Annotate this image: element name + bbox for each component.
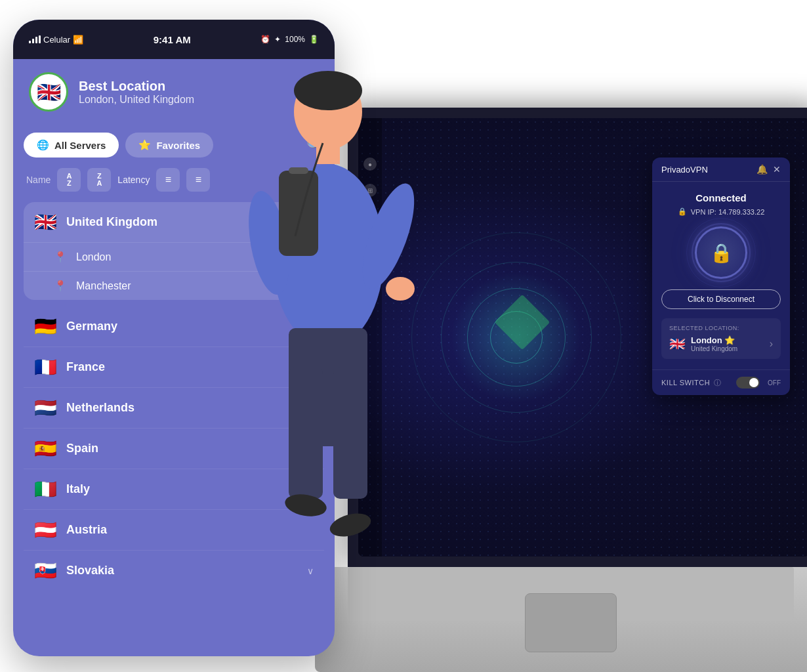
close-icon[interactable]: ✕ — [773, 164, 781, 175]
lock-icon-small: 🔒 — [678, 207, 687, 216]
selected-location-label: SELECTED LOCATION: — [669, 325, 773, 331]
za-icon: ZA — [96, 173, 102, 187]
notification-icon[interactable]: 🔔 — [756, 164, 768, 175]
kill-switch-left: KILL SWITCH ⓘ — [661, 378, 721, 388]
svg-rect-11 — [333, 368, 367, 499]
wifi-icon: 📶 — [73, 35, 83, 45]
laptop-touchpad — [525, 593, 617, 652]
connect-button-ring[interactable]: 🔒 — [695, 226, 747, 279]
location-name: London, United Kingdom — [79, 94, 194, 106]
selected-location-info: London ⭐ United Kingdom — [691, 335, 764, 352]
kill-switch-toggle-area: OFF — [736, 377, 781, 388]
alarm-icon: ⏰ — [260, 35, 270, 44]
favorites-tab[interactable]: ⭐ Favorites — [125, 133, 213, 158]
svg-point-6 — [386, 277, 415, 301]
svg-rect-10 — [289, 368, 323, 499]
popup-title: PrivadoVPN — [661, 165, 708, 175]
status-bar-time: 9:41 AM — [154, 34, 191, 45]
kill-switch-row: KILL SWITCH ⓘ OFF — [652, 369, 790, 395]
signal-bars — [29, 35, 41, 43]
vpn-popup: PrivadoVPN 🔔 ✕ Connected 🔒 VPN IP: 14.78… — [652, 158, 790, 395]
kill-switch-state: OFF — [768, 379, 781, 387]
popup-header: PrivadoVPN 🔔 ✕ — [652, 158, 790, 182]
person-illustration — [223, 52, 433, 617]
latency-label: Latency — [117, 175, 150, 185]
az-icon: AZ — [66, 173, 72, 187]
flag-slovakia: 🇸🇰 — [34, 560, 57, 581]
lock-icon-large: 🔒 — [710, 242, 733, 264]
selected-country: United Kingdom — [691, 345, 764, 352]
sort-name-label: Name — [26, 175, 51, 185]
kill-switch-toggle[interactable] — [736, 377, 760, 388]
kill-switch-label: KILL SWITCH — [661, 379, 710, 387]
globe-icon: 🌐 — [37, 139, 49, 151]
star-icon: ⭐ — [138, 139, 151, 151]
vpn-ip-text: VPN IP: 14.789.333.22 — [691, 208, 765, 216]
status-bar-left: Celular 📶 — [29, 35, 83, 45]
flag-italy: 🇮🇹 — [34, 478, 57, 500]
app-scene: ● ⊞ ⚙ PrivadoVPN 🔔 ✕ Connected — [0, 0, 807, 672]
flag-germany: 🇩🇪 — [34, 316, 57, 337]
best-location-label: Best Location — [79, 79, 194, 94]
flag-france: 🇫🇷 — [34, 356, 57, 378]
selected-location-section: SELECTED LOCATION: 🇬🇧 London ⭐ United Ki… — [661, 318, 781, 359]
popup-icons: 🔔 ✕ — [756, 164, 781, 175]
selected-flag: 🇬🇧 — [669, 336, 686, 352]
svg-rect-8 — [289, 167, 308, 174]
arrow-icon[interactable]: › — [770, 338, 773, 350]
filter-button-2[interactable]: ≡ — [186, 168, 210, 192]
header-text: Best Location London, United Kingdom — [79, 79, 194, 106]
disconnect-button[interactable]: Click to Disconnect — [661, 289, 781, 309]
carrier-name: Celular — [43, 35, 70, 45]
vpn-ip-row: 🔒 VPN IP: 14.789.333.22 — [661, 207, 781, 216]
popup-body: Connected 🔒 VPN IP: 14.789.333.22 🔒 Clic… — [652, 182, 790, 369]
kill-switch-info: ⓘ — [714, 378, 721, 388]
pin-icon-london: 📍 — [54, 251, 67, 263]
flag-uk: 🇬🇧 — [34, 211, 57, 233]
flag-spain: 🇪🇸 — [34, 438, 57, 459]
flag-netherlands: 🇳🇱 — [34, 397, 57, 419]
star-icon: ⭐ — [724, 335, 735, 345]
selected-location-row: 🇬🇧 London ⭐ United Kingdom › — [669, 335, 773, 352]
battery-icon: 🔋 — [309, 35, 319, 44]
connection-status: Connected — [661, 192, 781, 203]
selected-city: London ⭐ — [691, 335, 764, 345]
battery-text: 100% — [285, 35, 305, 44]
pin-icon-manchester: 📍 — [54, 280, 67, 292]
all-servers-tab[interactable]: 🌐 All Servers — [24, 133, 119, 158]
location-flag: 🇬🇧 — [29, 72, 68, 112]
svg-point-1 — [294, 71, 362, 110]
sort-az-button[interactable]: AZ — [57, 168, 81, 192]
flag-austria: 🇦🇹 — [34, 519, 57, 541]
bluetooth-icon: ✦ — [274, 35, 281, 44]
svg-point-13 — [327, 509, 373, 540]
filter-button-1[interactable]: ≡ — [156, 168, 180, 192]
sort-za-button[interactable]: ZA — [87, 168, 111, 192]
svg-rect-7 — [279, 171, 318, 256]
status-bar-right: ⏰ ✦ 100% 🔋 — [260, 35, 319, 44]
toggle-knob — [749, 378, 758, 387]
